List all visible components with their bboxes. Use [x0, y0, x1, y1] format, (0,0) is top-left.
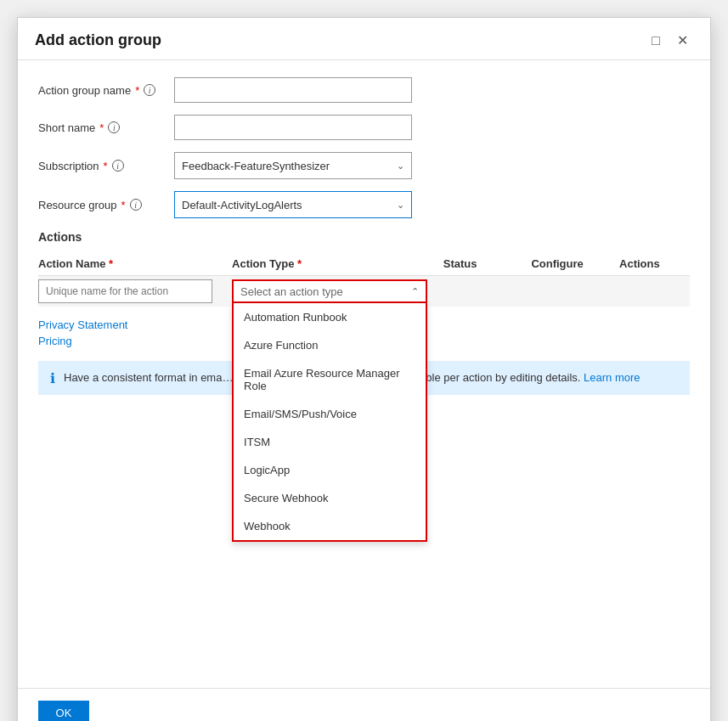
configure-cell [531, 276, 619, 307]
resource-group-select[interactable]: Default-ActivityLogAlerts ⌄ [174, 191, 412, 218]
action-type-placeholder-text: Select an action type [240, 285, 343, 298]
col-header-status: Status [443, 252, 532, 276]
ok-button[interactable]: OK [38, 701, 89, 721]
required-star-4: * [121, 199, 126, 211]
col-header-actions: Actions [619, 252, 690, 276]
menu-item-logicapp[interactable]: LogicApp [234, 456, 426, 484]
required-star-3: * [104, 160, 108, 172]
action-type-cell: Select an action type ⌃ Automation Runbo… [232, 276, 443, 307]
table-row: Unique name for the action Select an act… [38, 276, 690, 307]
dialog-footer: OK [18, 688, 710, 721]
short-name-input[interactable] [174, 115, 412, 140]
subscription-select[interactable]: Feedback-FeatureSynthesizer ⌄ [174, 152, 412, 179]
col-header-action-type: Action Type [232, 252, 443, 276]
status-cell [443, 276, 532, 307]
required-star-2: * [99, 121, 104, 134]
short-name-info-icon[interactable]: i [108, 121, 120, 133]
actions-cell [619, 276, 690, 307]
menu-item-automation-runbook[interactable]: Automation Runbook [234, 303, 426, 331]
dialog-header: Add action group □ ✕ [18, 18, 710, 60]
dialog-header-icons: □ ✕ [646, 32, 693, 49]
actions-table: Action Name Action Type Status Configure… [38, 252, 690, 307]
resource-group-row: Resource group * i Default-ActivityLogAl… [38, 191, 690, 218]
minimize-button[interactable]: □ [646, 32, 665, 49]
action-type-chevron-icon: ⌃ [411, 286, 419, 297]
close-button[interactable]: ✕ [672, 32, 693, 49]
table-header-row: Action Name Action Type Status Configure… [38, 252, 690, 276]
resource-group-chevron-icon: ⌄ [397, 200, 404, 211]
resource-group-label: Resource group * i [38, 199, 174, 211]
col-header-configure: Configure [531, 252, 619, 276]
menu-item-itsm[interactable]: ITSM [234, 428, 426, 456]
action-name-input[interactable] [38, 279, 212, 303]
subscription-chevron-icon: ⌄ [397, 161, 404, 172]
action-group-name-info-icon[interactable]: i [144, 84, 155, 96]
learn-more-link[interactable]: Learn more [584, 371, 640, 384]
add-action-group-dialog: Add action group □ ✕ Action group name *… [17, 17, 711, 721]
subscription-row: Subscription * i Feedback-FeatureSynthes… [38, 152, 690, 179]
actions-section-label: Actions [38, 230, 690, 244]
menu-item-secure-webhook[interactable]: Secure Webhook [234, 484, 426, 512]
menu-item-webhook[interactable]: Webhook [234, 512, 426, 540]
action-type-trigger[interactable]: Select an action type ⌃ [232, 279, 427, 303]
subscription-label: Subscription * i [38, 160, 174, 172]
menu-item-email-sms-push-voice[interactable]: Email/SMS/Push/Voice [234, 400, 426, 428]
dialog-body: Action group name * i Short name * i Sub… [18, 60, 710, 688]
menu-item-azure-function[interactable]: Azure Function [234, 331, 426, 359]
info-banner-icon: ℹ [50, 370, 55, 386]
action-group-name-label: Action group name * i [38, 84, 174, 97]
action-type-menu: Automation Runbook Azure Function Email … [232, 303, 427, 542]
short-name-label: Short name * i [38, 121, 174, 134]
required-star: * [135, 84, 139, 97]
action-group-name-row: Action group name * i [38, 77, 690, 103]
dialog-title: Add action group [35, 31, 161, 49]
action-name-cell: Unique name for the action [38, 276, 232, 307]
short-name-row: Short name * i [38, 115, 690, 140]
subscription-info-icon[interactable]: i [112, 160, 124, 172]
menu-item-email-azure-resource[interactable]: Email Azure Resource Manager Role [234, 359, 426, 400]
col-header-action-name: Action Name [38, 252, 232, 276]
resource-group-info-icon[interactable]: i [130, 199, 142, 211]
action-group-name-input[interactable] [174, 77, 412, 103]
action-type-dropdown: Select an action type ⌃ Automation Runbo… [232, 279, 427, 303]
